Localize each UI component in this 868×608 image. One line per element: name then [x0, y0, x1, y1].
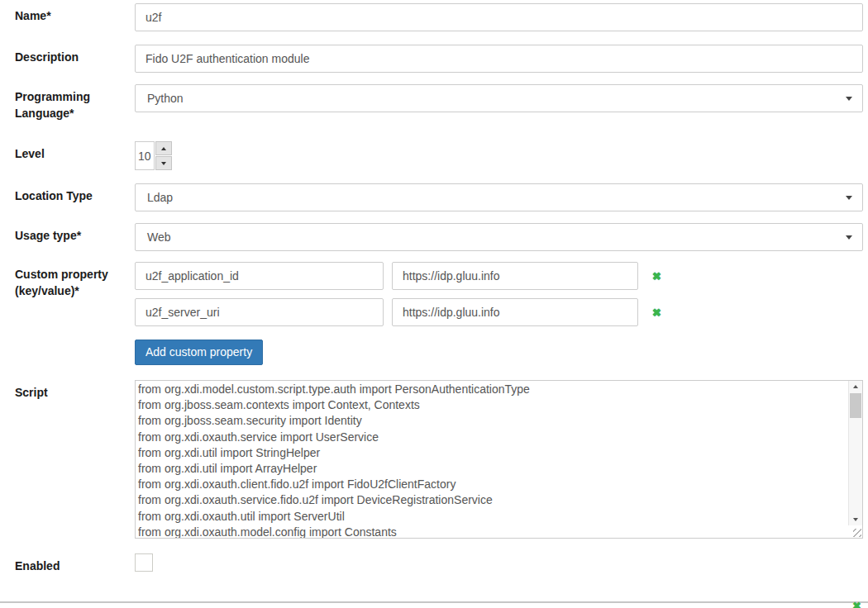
form-row-level: Level: [0, 141, 868, 170]
location-type-label: Location Type: [0, 183, 135, 204]
level-increment-button[interactable]: [155, 141, 172, 155]
form-row-custom-properties: Custom property (key/value)* ✖ ✖ Add cus…: [0, 262, 868, 365]
custom-property-value-input[interactable]: [392, 298, 638, 326]
name-label: Name*: [0, 3, 135, 24]
level-spinner: [135, 141, 172, 170]
description-input[interactable]: [135, 45, 863, 73]
custom-script-form: Name* Description Programming Language* …: [0, 0, 868, 608]
enabled-label: Enabled: [0, 553, 135, 574]
custom-property-row: ✖: [135, 262, 863, 290]
form-row-script: Script from org.xdi.model.custom.script.…: [0, 380, 868, 539]
script-content[interactable]: from org.xdi.model.custom.script.type.au…: [136, 381, 848, 538]
chevron-down-icon: [853, 518, 858, 521]
form-row-description: Description: [0, 45, 868, 73]
programming-language-select[interactable]: Python: [135, 84, 863, 112]
chevron-up-icon: [161, 147, 166, 150]
level-spinner-buttons: [155, 141, 172, 170]
form-row-usage-type: Usage type* Web: [0, 223, 868, 251]
scrollbar-up-button[interactable]: [849, 381, 862, 392]
enabled-checkbox[interactable]: [135, 553, 153, 572]
scrollbar-down-button[interactable]: [849, 514, 862, 525]
chevron-down-icon: [161, 162, 166, 165]
script-label: Script: [0, 380, 135, 401]
scrollbar-thumb[interactable]: [850, 393, 861, 418]
location-type-selected-value: Ldap: [147, 191, 173, 204]
footer-cross-icon[interactable]: ✖: [852, 601, 861, 608]
script-textarea[interactable]: from org.xdi.model.custom.script.type.au…: [135, 380, 863, 539]
custom-properties-label: Custom property (key/value)*: [0, 262, 135, 299]
chevron-down-icon: [846, 235, 852, 240]
custom-property-key-input[interactable]: [135, 298, 384, 326]
form-row-enabled: Enabled: [0, 553, 868, 574]
custom-property-value-input[interactable]: [392, 262, 638, 290]
script-scrollbar[interactable]: [848, 381, 862, 525]
textarea-resize-corner[interactable]: [849, 525, 862, 538]
custom-property-row: ✖: [135, 298, 863, 326]
level-decrement-button[interactable]: [155, 156, 172, 170]
name-input[interactable]: [135, 3, 863, 31]
level-label: Level: [0, 141, 135, 162]
custom-property-key-input[interactable]: [135, 262, 384, 290]
chevron-up-icon: [853, 385, 858, 388]
description-label: Description: [0, 45, 135, 65]
remove-property-icon[interactable]: ✖: [652, 271, 661, 282]
chevron-down-icon: [846, 97, 852, 101]
usage-type-selected-value: Web: [147, 230, 171, 244]
resize-grip-icon: [853, 529, 861, 537]
form-row-location-type: Location Type Ldap: [0, 183, 868, 211]
form-row-programming-language: Programming Language* Python: [0, 84, 868, 121]
chevron-down-icon: [846, 196, 852, 200]
programming-language-selected-value: Python: [147, 92, 184, 105]
programming-language-label: Programming Language*: [0, 84, 135, 121]
usage-type-label: Usage type*: [0, 223, 135, 244]
location-type-select[interactable]: Ldap: [135, 183, 863, 211]
remove-property-icon[interactable]: ✖: [652, 307, 661, 318]
footer-divider: [0, 601, 868, 603]
level-input[interactable]: [135, 141, 155, 170]
form-row-name: Name*: [0, 3, 868, 31]
usage-type-select[interactable]: Web: [135, 223, 863, 251]
add-custom-property-button[interactable]: Add custom property: [135, 340, 263, 365]
